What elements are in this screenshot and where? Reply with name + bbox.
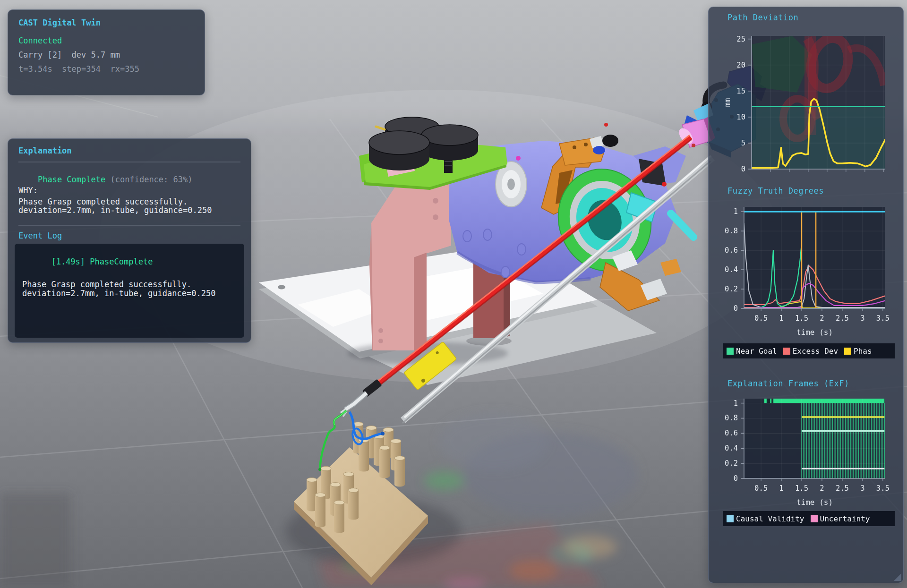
- svg-text:1: 1: [779, 314, 783, 323]
- svg-text:0.4: 0.4: [725, 444, 738, 452]
- legend-item: Near Goal: [727, 347, 777, 356]
- exf-legend: Causal ValidityUncertainty: [723, 511, 895, 526]
- legend-swatch: [727, 515, 734, 522]
- svg-text:25: 25: [736, 35, 745, 43]
- svg-text:0: 0: [741, 165, 745, 173]
- svg-text:time (s): time (s): [796, 328, 833, 337]
- svg-text:3.5: 3.5: [876, 314, 890, 323]
- event-entry-header: [1.49s] PhaseComplete: [22, 248, 237, 275]
- legend-swatch: [811, 515, 818, 522]
- svg-text:1: 1: [734, 207, 738, 216]
- legend-swatch: [844, 348, 851, 355]
- svg-text:15: 15: [736, 87, 745, 95]
- svg-text:1.5: 1.5: [795, 484, 808, 493]
- legend-item: Excess Dev: [783, 347, 838, 356]
- svg-text:0.4: 0.4: [725, 265, 738, 274]
- digital-twin-hud: CAST Digital Twin Connected Carry [2] de…: [8, 9, 205, 95]
- legend-item: Uncertainty: [811, 514, 870, 523]
- svg-text:3.5: 3.5: [876, 484, 890, 493]
- fuzzy-truth-title: Fuzzy Truth Degrees: [727, 186, 824, 196]
- svg-text:2: 2: [820, 484, 824, 493]
- legend-item: Causal Validity: [727, 514, 804, 523]
- svg-text:0.5: 0.5: [754, 484, 768, 493]
- svg-text:0.8: 0.8: [725, 227, 738, 235]
- svg-text:0: 0: [734, 474, 738, 483]
- path-deviation-chart[interactable]: 0510152025mm: [709, 26, 903, 182]
- fuzzy-truth-legend: Near GoalExcess DevPhas: [723, 343, 895, 358]
- divider: [18, 225, 240, 226]
- svg-text:5: 5: [741, 139, 745, 147]
- why-label: WHY:: [18, 186, 38, 195]
- svg-text:2.5: 2.5: [836, 484, 849, 493]
- event-log-box[interactable]: [1.49s] PhaseComplete Phase Grasp comple…: [15, 244, 244, 338]
- event-timestamp: [1.49s]: [51, 257, 85, 266]
- phase-status-line: Phase Complete (confidence: 63%): [18, 166, 193, 193]
- svg-text:0.2: 0.2: [725, 285, 738, 293]
- svg-text:3: 3: [860, 314, 864, 323]
- path-deviation-title: Path Deviation: [727, 13, 798, 22]
- svg-text:0.2: 0.2: [725, 459, 738, 468]
- hud-title: CAST Digital Twin: [18, 18, 101, 27]
- svg-text:2.5: 2.5: [836, 314, 849, 323]
- resize-corner-icon: [894, 573, 901, 581]
- svg-text:0.5: 0.5: [754, 314, 768, 323]
- svg-text:0: 0: [734, 304, 738, 313]
- svg-text:1: 1: [779, 484, 783, 493]
- phase-label: Phase Complete: [38, 175, 105, 184]
- divider: [18, 162, 240, 162]
- svg-text:1: 1: [734, 399, 738, 408]
- magenta-screw: [516, 156, 521, 161]
- svg-text:3: 3: [860, 484, 864, 493]
- svg-text:10: 10: [736, 113, 745, 121]
- svg-text:1.5: 1.5: [795, 314, 808, 323]
- event-name: PhaseComplete: [90, 257, 153, 266]
- connection-status: Connected: [18, 36, 62, 45]
- svg-text:0.6: 0.6: [725, 429, 738, 437]
- svg-text:time (s): time (s): [796, 498, 833, 507]
- sheet-hole: [278, 285, 285, 290]
- svg-text:0.8: 0.8: [725, 414, 738, 422]
- explanation-panel: Explanation Phase Complete (confidence: …: [8, 138, 251, 343]
- legend-swatch: [783, 348, 790, 355]
- exf-chart[interactable]: 00.20.40.60.810.511.522.533.5time (s): [709, 393, 903, 512]
- why-line-2: deviation=2.7mm, in-tube, guidance=0.250: [18, 206, 212, 215]
- phase-telemetry: Carry [2] dev 5.7 mm: [18, 51, 120, 60]
- confidence-value: (confidence: 63%): [111, 175, 193, 184]
- analytics-panel: Path Deviation 0510152025mm Fuzzy Truth …: [708, 7, 904, 583]
- svg-text:mm: mm: [723, 98, 732, 107]
- camera-lens: [602, 135, 618, 147]
- event-log-title: Event Log: [18, 231, 62, 240]
- svg-text:0.6: 0.6: [725, 246, 738, 255]
- legend-item: Phas: [844, 347, 872, 356]
- legend-swatch: [727, 348, 734, 355]
- svg-text:20: 20: [736, 61, 745, 69]
- event-line-2: deviation=2.7mm, in-tube, guidance=0.250: [22, 289, 237, 298]
- svg-text:2: 2: [820, 314, 824, 323]
- time-telemetry: t=3.54s step=354 rx=355: [18, 65, 139, 74]
- fuzzy-truth-chart[interactable]: 00.20.40.60.810.511.522.533.5time (s): [709, 200, 903, 337]
- explanation-title: Explanation: [18, 146, 72, 155]
- exf-title: Explanation Frames (ExF): [727, 379, 849, 388]
- event-line-1: Phase Grasp completed successfully.: [22, 280, 237, 289]
